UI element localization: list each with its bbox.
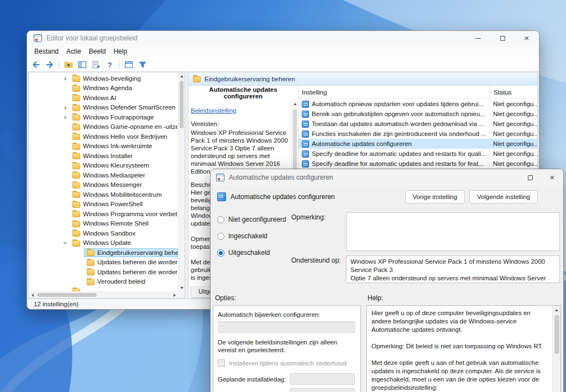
up-one-level-button[interactable] bbox=[62, 59, 75, 70]
tree-item[interactable]: Windows Ink-werkruimte bbox=[29, 142, 178, 151]
folder-icon bbox=[72, 95, 80, 101]
scroll-up-arrow[interactable] bbox=[179, 72, 185, 80]
menu-bestand[interactable]: Bestand bbox=[30, 46, 62, 56]
minimize-icon bbox=[475, 38, 481, 39]
policy-row[interactable]: Automatisch opnieuw opstarten voor updat… bbox=[298, 99, 537, 109]
folder-icon bbox=[72, 221, 80, 227]
scrollbar-thumb[interactable] bbox=[180, 81, 184, 128]
policy-icon bbox=[217, 192, 226, 201]
tree-item-label: Windows PowerShell bbox=[83, 201, 143, 207]
tree-item[interactable]: Windows Game-opname en -uitze bbox=[29, 122, 178, 132]
policy-setting-link[interactable]: Beleidsinstelling bbox=[191, 107, 236, 114]
column-header-status[interactable]: Status bbox=[490, 86, 537, 98]
folder-icon bbox=[72, 211, 80, 217]
dialog-close-button[interactable] bbox=[541, 169, 563, 186]
tree-item[interactable]: Verouderd beleid bbox=[29, 277, 178, 287]
tree-item[interactable]: Windows Mediaspeler bbox=[29, 170, 178, 180]
close-button[interactable] bbox=[515, 31, 539, 45]
folder-icon bbox=[87, 279, 95, 285]
folder-icon bbox=[87, 250, 95, 256]
policy-name: Automatische updates configureren bbox=[312, 140, 412, 147]
dialog-heading: Automatische updates configureren bbox=[230, 193, 335, 201]
tree-vertical-scrollbar[interactable] bbox=[178, 72, 185, 291]
tree-item[interactable]: Windows Programma voor verbet bbox=[29, 209, 178, 219]
scroll-left-arrow[interactable] bbox=[29, 292, 36, 298]
menu-beeld[interactable]: Beeld bbox=[85, 46, 110, 56]
tree-item-windows-update[interactable]: Windows Update bbox=[29, 238, 178, 248]
scrollbar-thumb[interactable] bbox=[293, 109, 297, 175]
back-icon bbox=[32, 60, 40, 69]
policy-row[interactable]: Functies inschakelen die zijn geïntroduc… bbox=[298, 129, 537, 139]
tree-horizontal-scrollbar[interactable] bbox=[29, 291, 178, 298]
dialog-maximize-button[interactable] bbox=[519, 169, 541, 186]
status-bar-text: 12 instelling(en) bbox=[34, 301, 78, 307]
tree-item-eindgebruikerservaring[interactable]: Eindgebruikerservaring behere bbox=[29, 248, 178, 258]
tree-item[interactable]: Windows Hello voor Bedrijven bbox=[29, 132, 178, 142]
comment-label: Opmerking: bbox=[291, 212, 346, 251]
column-header-instelling[interactable]: Instelling bbox=[298, 86, 490, 98]
tree-item[interactable]: Windows AI bbox=[29, 93, 178, 103]
radio-ingeschakeld[interactable]: Ingeschakeld bbox=[217, 232, 291, 240]
tree-item[interactable]: Windows Defender SmartScreen bbox=[29, 103, 178, 113]
chevron-right-icon[interactable] bbox=[61, 113, 70, 121]
tree-item[interactable]: Windows Messenger bbox=[29, 180, 178, 190]
chevron-down-icon[interactable] bbox=[61, 239, 70, 247]
policy-name: Functies inschakelen die zijn geïntroduc… bbox=[312, 130, 486, 137]
tree-item[interactable]: Updates beheren die worden a bbox=[29, 267, 178, 277]
help-scrollbar[interactable] bbox=[552, 306, 560, 392]
comment-textarea[interactable] bbox=[346, 212, 560, 251]
chevron-right-icon[interactable] bbox=[61, 103, 70, 112]
tree-item[interactable]: Windows Remote Shell bbox=[29, 219, 178, 229]
folder-icon bbox=[87, 260, 95, 266]
maximize-button[interactable] bbox=[490, 31, 515, 45]
radio-uitgeschakeld[interactable]: Uitgeschakeld bbox=[217, 249, 291, 257]
dialog-app-icon bbox=[216, 174, 224, 181]
dialog-titlebar[interactable]: Automatische updates configureren bbox=[211, 169, 563, 186]
folder-icon bbox=[72, 144, 80, 150]
tree-item-label: Updates beheren die worden a bbox=[97, 259, 178, 265]
policy-status: Niet geconfigu... bbox=[490, 121, 537, 127]
tree-item-partial[interactable] bbox=[29, 286, 178, 291]
back-button[interactable] bbox=[29, 59, 42, 70]
policy-row-automatische-updates[interactable]: Automatische updates configurerenNiet ge… bbox=[298, 139, 537, 149]
export-list-button[interactable] bbox=[90, 59, 102, 70]
radio-niet-geconfigureerd[interactable]: Niet geconfigureerd bbox=[217, 216, 291, 223]
folder-icon bbox=[72, 182, 80, 189]
tree-item[interactable]: Windows-beveiliging bbox=[29, 74, 178, 83]
tree-item[interactable]: Windows Sandbox bbox=[29, 228, 178, 238]
policy-row[interactable]: Specify deadline for automatic updates a… bbox=[298, 149, 537, 159]
options-label: Opties: bbox=[215, 294, 368, 302]
previous-setting-button[interactable]: Vorige instelling bbox=[405, 190, 465, 203]
tree-item[interactable]: Windows PowerShell bbox=[29, 200, 178, 210]
scrollbar-thumb[interactable] bbox=[37, 293, 97, 297]
scroll-up-arrow[interactable] bbox=[553, 306, 560, 314]
scroll-up-arrow[interactable] bbox=[292, 100, 298, 108]
properties-button[interactable] bbox=[122, 59, 135, 70]
menu-actie[interactable]: Actie bbox=[62, 46, 85, 56]
minimize-button[interactable] bbox=[466, 31, 490, 45]
tree-item[interactable]: Windows Kleursysteem bbox=[29, 161, 178, 171]
tree-item[interactable]: Windows Mobiliteitscentrum bbox=[29, 190, 178, 200]
menu-help[interactable]: Help bbox=[109, 46, 131, 56]
policy-row[interactable]: Bereik van gebruikstijden opgeven voor a… bbox=[298, 109, 537, 119]
show-console-tree-button[interactable] bbox=[76, 59, 88, 70]
window-titlebar[interactable]: Editor voor lokaal groepsbeleid bbox=[27, 31, 539, 45]
tree-item[interactable]: Windows Foutrapportage bbox=[29, 112, 178, 122]
policy-row[interactable]: Specify deadline for automatic updates a… bbox=[298, 159, 537, 169]
selected-setting-title: Automatische updates configureren bbox=[188, 86, 298, 100]
radio-checked-icon bbox=[217, 249, 224, 257]
policy-icon bbox=[302, 140, 309, 148]
scrollbar-thumb[interactable] bbox=[554, 315, 559, 354]
tree-item[interactable]: Updates beheren die worden a bbox=[29, 258, 178, 268]
scroll-right-arrow[interactable] bbox=[171, 292, 178, 298]
next-setting-button[interactable]: Volgende instelling bbox=[469, 190, 538, 203]
scheduled-install-day-label: Geplande installatiedag: bbox=[218, 376, 286, 383]
forward-button[interactable] bbox=[43, 59, 56, 70]
help-button[interactable] bbox=[103, 59, 116, 70]
scroll-down-arrow[interactable] bbox=[179, 284, 185, 291]
filter-button[interactable] bbox=[136, 59, 149, 70]
chevron-right-icon[interactable] bbox=[61, 74, 70, 82]
tree-item[interactable]: Windows Installer bbox=[29, 151, 178, 161]
tree-item[interactable]: Windows Agenda bbox=[29, 83, 178, 93]
policy-row[interactable]: Toestaan dat updates automatisch worden … bbox=[298, 119, 537, 129]
